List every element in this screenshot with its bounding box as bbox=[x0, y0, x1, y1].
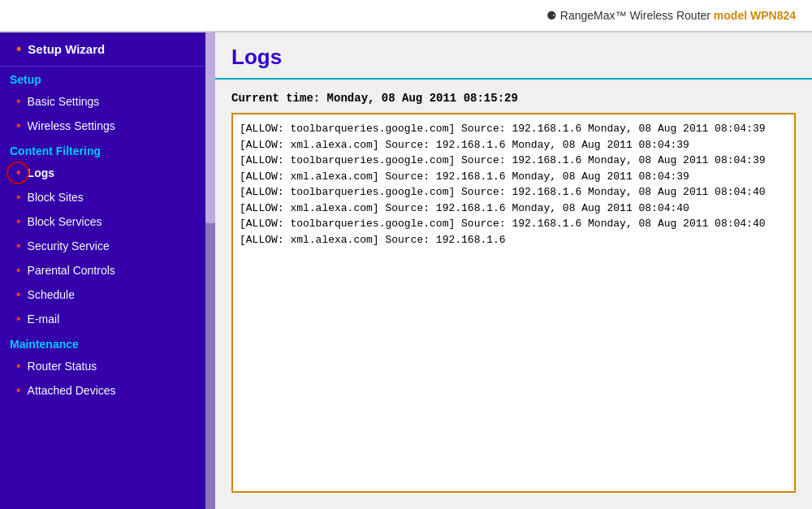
sidebar-item-schedule[interactable]: Schedule bbox=[0, 283, 215, 307]
sidebar-item-attached-devices[interactable]: Attached Devices bbox=[0, 378, 215, 403]
setup-wizard-label: Setup Wizard bbox=[28, 42, 105, 56]
model-label: model WPN824 bbox=[714, 9, 796, 22]
sidebar-item-logs[interactable]: Logs bbox=[0, 161, 215, 185]
sidebar-item-router-status[interactable]: Router Status bbox=[0, 354, 215, 378]
content-inner: Logs Current time: Monday, 08 Aug 2011 0… bbox=[215, 32, 812, 509]
main-layout: Setup Wizard Setup Basic Settings Wirele… bbox=[0, 32, 812, 509]
section-heading-maintenance: Maintenance bbox=[0, 331, 215, 354]
page-title: Logs bbox=[215, 32, 812, 80]
log-entry: [ALLOW: toolbarqueries.google.com] Sourc… bbox=[240, 184, 788, 201]
sidebar: Setup Wizard Setup Basic Settings Wirele… bbox=[0, 32, 215, 509]
log-box[interactable]: [ALLOW: toolbarqueries.google.com] Sourc… bbox=[231, 113, 796, 493]
top-header: ⚈ RangeMax™ Wireless Router model WPN824 bbox=[0, 0, 812, 32]
sidebar-item-wireless-settings[interactable]: Wireless Settings bbox=[0, 114, 215, 138]
sidebar-scrollbar-thumb[interactable] bbox=[205, 32, 215, 223]
section-heading-content-filtering: Content Filtering bbox=[0, 138, 215, 161]
sidebar-item-block-sites[interactable]: Block Sites bbox=[0, 185, 215, 209]
log-entry: [ALLOW: toolbarqueries.google.com] Sourc… bbox=[240, 121, 788, 137]
sidebar-scrollbar[interactable] bbox=[205, 32, 215, 509]
log-entry: [ALLOW: toolbarqueries.google.com] Sourc… bbox=[240, 216, 788, 232]
log-entry: [ALLOW: xml.alexa.com] Source: 192.168.1… bbox=[240, 232, 788, 248]
setup-wizard-button[interactable]: Setup Wizard bbox=[0, 32, 215, 67]
log-entry: [ALLOW: xml.alexa.com] Source: 192.168.1… bbox=[240, 169, 788, 185]
log-entry: [ALLOW: xml.alexa.com] Source: 192.168.1… bbox=[240, 137, 788, 153]
sidebar-item-parental-controls[interactable]: Parental Controls bbox=[0, 258, 215, 283]
current-time: Current time: Monday, 08 Aug 2011 08:15:… bbox=[215, 80, 812, 113]
sidebar-item-basic-settings[interactable]: Basic Settings bbox=[0, 89, 215, 114]
content-area: Logs Current time: Monday, 08 Aug 2011 0… bbox=[215, 32, 812, 509]
sidebar-item-email[interactable]: E-mail bbox=[0, 307, 215, 331]
brand-name: ⚈ RangeMax™ Wireless Router bbox=[546, 9, 714, 22]
log-entry: [ALLOW: toolbarqueries.google.com] Sourc… bbox=[240, 153, 788, 169]
section-heading-setup: Setup bbox=[0, 67, 215, 89]
log-entry: [ALLOW: xml.alexa.com] Source: 192.168.1… bbox=[240, 201, 788, 217]
brand-text: ⚈ RangeMax™ Wireless Router model WPN824 bbox=[546, 9, 796, 22]
sidebar-item-security-service[interactable]: Security Service bbox=[0, 234, 215, 258]
active-circle-indicator bbox=[6, 162, 29, 184]
sidebar-item-block-services[interactable]: Block Services bbox=[0, 209, 215, 234]
log-box-container: [ALLOW: toolbarqueries.google.com] Sourc… bbox=[215, 113, 812, 509]
